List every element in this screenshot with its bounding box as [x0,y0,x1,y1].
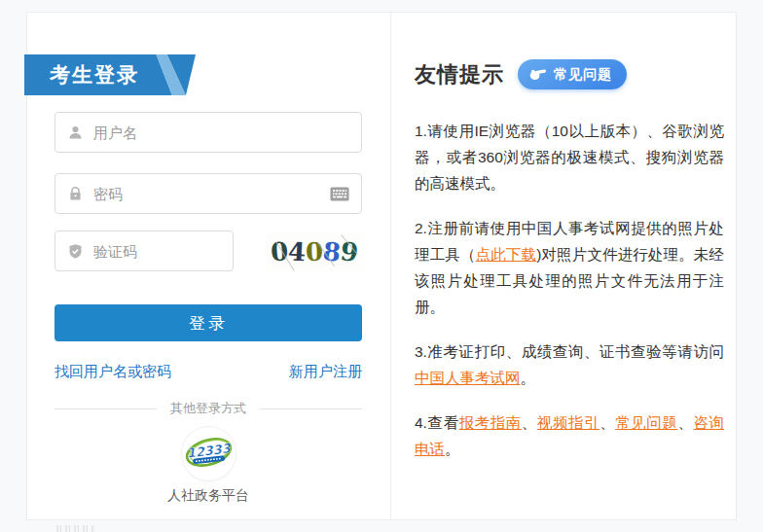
tip-text: 4.查看 [415,414,459,431]
tip-link[interactable]: 点此下载 [476,246,537,263]
username-field[interactable] [54,112,362,153]
captcha-field[interactable] [54,231,234,271]
tip-link[interactable]: 常见问题 [615,414,677,431]
captcha-image[interactable]: 04089 [267,232,362,271]
logo-12333[interactable]: 12333 [182,427,236,480]
tip-text: 3.准考证打印、成绩查询、证书查验等请访问 [415,343,724,360]
platform-label: 人社政务平台 [54,487,362,505]
tip-item: 2.注册前请使用中国人事考试网提供的照片处理工具（点此下载)对照片文件进行处理。… [415,215,724,320]
faq-button-label: 常见问题 [554,66,612,84]
tip-link[interactable]: 中国人事考试网 [415,370,521,386]
tip-text: 。 [445,441,460,457]
other-login-divider: 其他登录方式 [54,400,362,417]
bottom-page-artifact [56,525,95,532]
tips-title: 友情提示 [415,60,504,89]
captcha-digit: 9 [339,235,360,268]
shield-check-icon [67,243,84,260]
login-card: 考生登录 04089 [26,12,737,520]
tip-link[interactable]: 视频指引 [537,414,600,431]
captcha-input[interactable] [93,243,221,260]
password-field[interactable] [54,173,362,214]
tip-text: 、 [522,414,537,431]
other-login-label: 其他登录方式 [157,400,260,417]
register-link[interactable]: 新用户注册 [289,363,362,381]
tips-panel: 友情提示 常见问题 1.请使用IE浏览器（10以上版本）、谷歌浏览器，或者360… [415,13,726,519]
username-input[interactable] [93,124,349,141]
tip-text: 1.请使用IE浏览器（10以上版本）、谷歌浏览器，或者360浏览器的极速模式、搜… [415,123,724,192]
forgot-credentials-link[interactable]: 找回用户名或密码 [54,363,171,381]
user-icon [67,124,84,141]
tip-item: 1.请使用IE浏览器（10以上版本）、谷歌浏览器，或者360浏览器的极速模式、搜… [415,118,724,196]
tips-list: 1.请使用IE浏览器（10以上版本）、谷歌浏览器，或者360浏览器的极速模式、搜… [415,118,724,480]
soft-keyboard-icon[interactable] [330,187,349,201]
pointing-hand-icon [529,68,547,81]
faq-button[interactable]: 常见问题 [518,59,627,89]
tip-text: 、 [600,414,615,431]
divider-line [54,408,157,409]
lock-icon [67,186,84,202]
login-title-ribbon: 考生登录 [24,54,196,95]
login-button[interactable]: 登录 [54,304,362,341]
password-input[interactable] [93,186,322,202]
panel-divider [390,13,391,519]
tip-item: 4.查看报考指南、视频指引、常见问题、咨询电话。 [415,409,724,462]
account-links-row: 找回用户名或密码 新用户注册 [54,363,362,381]
captcha-digit: 0 [270,235,289,267]
tip-link[interactable]: 报考指南 [459,414,522,431]
divider-line [260,408,362,409]
login-panel: 考生登录 04089 [27,13,390,519]
tip-text: 。 [521,370,536,386]
tip-item: 3.准考证打印、成绩查询、证书查验等请访问中国人事考试网。 [415,338,724,391]
tips-header: 友情提示 常见问题 [415,59,627,89]
tip-text: 、 [677,414,693,431]
login-title: 考生登录 [50,54,139,95]
